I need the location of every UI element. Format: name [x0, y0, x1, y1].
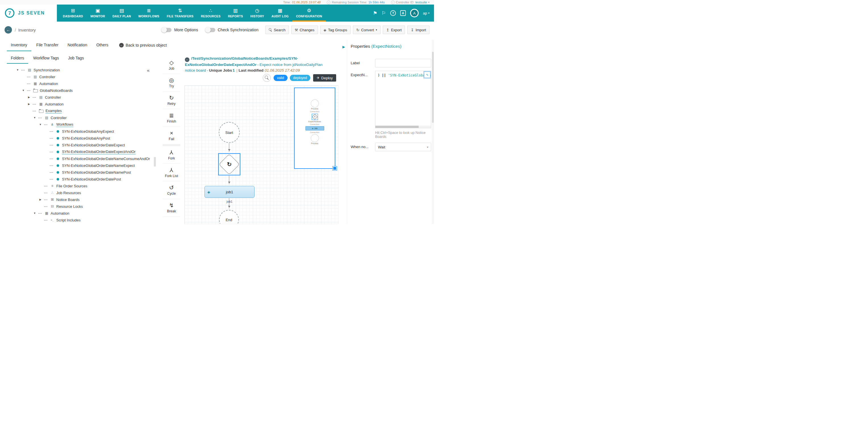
chevron-down-icon[interactable]: ▼	[39, 123, 42, 126]
tab-notification[interactable]: Notification	[63, 39, 91, 51]
row-menu-icon[interactable]: ⋯	[38, 116, 43, 120]
back-button[interactable]: ←	[5, 26, 12, 34]
nav-item-monitor[interactable]: ▣MONITOR	[87, 5, 109, 22]
page-scrollbar-thumb[interactable]	[432, 52, 434, 123]
panel-resize-handle[interactable]	[154, 157, 156, 167]
minimap-resize-handle[interactable]	[333, 166, 337, 170]
tree-row[interactable]: ▶⋯▤Controller	[0, 94, 156, 101]
chevron-right-icon[interactable]: ▶	[27, 103, 31, 105]
editor-hscrollbar-thumb[interactable]	[375, 126, 418, 128]
chevron-down-icon[interactable]: ▼	[33, 116, 36, 119]
toggle-switch[interactable]	[162, 28, 172, 32]
row-menu-icon[interactable]: ⋯	[27, 75, 31, 79]
tab-others[interactable]: Others	[92, 39, 112, 51]
row-menu-icon[interactable]: ⋯	[44, 218, 48, 222]
tree-row[interactable]: ▼⋯▤Controller	[0, 114, 156, 121]
language-icon[interactable]: A	[400, 10, 406, 16]
row-menu-icon[interactable]: ⋯	[50, 136, 54, 140]
nav-item-audit-log[interactable]: ▦AUDIT LOG	[268, 5, 292, 22]
chevron-down-icon[interactable]: ▼	[22, 89, 25, 92]
palette-item-fail[interactable]: ×Fail	[163, 127, 180, 145]
nav-item-daily-plan[interactable]: ▤DAILY PLAN	[108, 5, 134, 22]
nav-item-reports[interactable]: ▥REPORTS	[224, 5, 247, 22]
avatar[interactable]: A	[410, 9, 418, 17]
palette-item-finish[interactable]: ≣Finish	[163, 109, 180, 127]
panel-expand-icon[interactable]: ▶	[342, 45, 345, 49]
nav-item-workflows[interactable]: ≣WORKFLOWS	[134, 5, 163, 22]
expect-notices-editor[interactable]: ) || 'SYN-ExNoticeGlobalUsersO ✎	[375, 71, 431, 128]
job-node[interactable]: ◈ job1	[205, 186, 254, 198]
tree-row[interactable]: ⋯Examples	[0, 107, 156, 114]
edit-pencil-icon[interactable]: ✎	[424, 72, 430, 78]
tree-row[interactable]: ⋯▤Controller	[0, 73, 156, 80]
app-logo[interactable]: 7 JS SEVEN	[0, 5, 57, 22]
row-menu-icon[interactable]: ⋯	[27, 88, 31, 93]
tree-row[interactable]: ⋯⊟Resource Locks	[0, 203, 156, 210]
chevron-down-icon[interactable]: ▼	[33, 212, 36, 215]
tree-row[interactable]: ▶⋯▦Automation	[0, 101, 156, 107]
tree-row[interactable]: ▼⋯▦Automation	[0, 210, 156, 217]
chevron-down-icon[interactable]: ▼	[16, 68, 19, 71]
row-menu-icon[interactable]: ⋯	[44, 184, 48, 188]
chevron-right-icon[interactable]: ▶	[39, 198, 42, 201]
search-button[interactable]: Search	[265, 26, 289, 34]
row-menu-icon[interactable]: ⋯	[21, 68, 26, 72]
when-not-announced-select[interactable]: Wait ▾	[375, 143, 431, 151]
tree-row[interactable]: ⋯SYN-ExNoticeGlobalOrderDateExpectAndOr	[0, 149, 156, 155]
search-icon[interactable]	[263, 74, 271, 82]
minimap[interactable]: Process Connection ↻ ExpectNotices Conne…	[294, 88, 335, 169]
collapse-tree-icon[interactable]: «	[147, 68, 150, 73]
nav-item-resources[interactable]: ∴RESOURCES	[197, 5, 224, 22]
back-to-previous-link[interactable]: ← Back to previous object	[119, 43, 167, 47]
flag-outline-icon[interactable]: ⚐	[382, 10, 386, 16]
row-menu-icon[interactable]: ⋯	[44, 123, 48, 127]
row-menu-icon[interactable]: ⋯	[32, 102, 37, 106]
tab-inventory[interactable]: Inventory	[7, 39, 31, 51]
palette-item-try[interactable]: ◎Try	[163, 74, 180, 92]
tree-row[interactable]: ⋯SYN-ExNoticeGlobalOrderDateNamePost	[0, 169, 156, 176]
convert-button[interactable]: ↻Convert▾	[353, 26, 380, 34]
tree-row[interactable]: ⋯SYN-ExNoticeGlobalAnyExpect	[0, 128, 156, 135]
changes-button[interactable]: ⚒Changes	[291, 26, 318, 34]
import-button[interactable]: ↧Import	[407, 26, 429, 34]
row-menu-icon[interactable]: ⋯	[32, 109, 37, 113]
row-menu-icon[interactable]: ⋯	[50, 163, 54, 168]
start-node[interactable]: Start	[219, 122, 240, 143]
tree-row[interactable]: ⋯SYN-ExNoticeGlobalOrderDateNameExpect	[0, 162, 156, 169]
tree-row[interactable]: ⋯SYN-ExNoticeGlobalAnyPost	[0, 135, 156, 141]
tree-row[interactable]: ⋯≡File Order Sources	[0, 183, 156, 189]
row-menu-icon[interactable]: ⋯	[50, 143, 54, 147]
tree-row[interactable]: ⋯∴Job Resources	[0, 189, 156, 196]
workflow-back-icon[interactable]: ←	[185, 57, 189, 62]
nav-item-history[interactable]: ◷HISTORY	[247, 5, 268, 22]
tree-tab-job-tags[interactable]: Job Tags	[64, 53, 88, 64]
tree-row[interactable]: ▶⋯⊠Notice Boards	[0, 196, 156, 203]
end-node[interactable]: End	[219, 210, 239, 224]
row-menu-icon[interactable]: ⋯	[44, 191, 48, 195]
tree-row[interactable]: ⋯SYN-ExNoticeGlobalOrderDatePost	[0, 176, 156, 183]
deploy-button[interactable]: ✈ Deploy	[313, 74, 336, 82]
help-icon[interactable]: ?	[390, 10, 396, 16]
tree-row[interactable]: ▼⋯GlobalNoticeBoards	[0, 87, 156, 94]
label-input[interactable]	[375, 59, 431, 67]
tree-row[interactable]: ⋯▦Automation	[0, 80, 156, 87]
palette-item-fork-list[interactable]: YFork List	[163, 164, 180, 181]
unique-jobs-count[interactable]: 1	[232, 68, 235, 72]
editor-hscrollbar[interactable]	[375, 126, 431, 128]
tree-tab-folders[interactable]: Folders	[7, 53, 28, 64]
user-menu[interactable]: ap ▾	[423, 11, 429, 15]
nav-item-configuration[interactable]: ⚙CONFIGURATION	[292, 5, 326, 22]
tree-row[interactable]: ▼⋯⋔Workflows	[0, 121, 156, 128]
tree-tab-workflow-tags[interactable]: Workflow Tags	[29, 53, 63, 64]
row-menu-icon[interactable]: ⋯	[27, 82, 31, 86]
row-menu-icon[interactable]: ⋯	[50, 170, 54, 174]
row-menu-icon[interactable]: ⋯	[50, 129, 54, 134]
controller-selector[interactable]: i Controller ID: testsuite ▾	[391, 1, 429, 4]
tree-row[interactable]: ⋯SYN-ExNoticeGlobalOrderDateExpect	[0, 141, 156, 149]
tree-row[interactable]: ▼⋯▦Schedules	[0, 223, 156, 224]
row-menu-icon[interactable]: ⋯	[50, 157, 54, 161]
page-scrollbar[interactable]	[432, 40, 434, 224]
row-menu-icon[interactable]: ⋯	[44, 198, 48, 202]
palette-item-job[interactable]: ◇Job	[163, 56, 180, 74]
flag-icon[interactable]: ⚑	[373, 10, 377, 16]
